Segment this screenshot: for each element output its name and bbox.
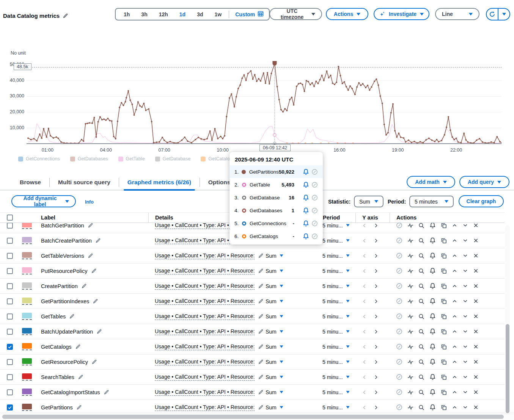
row-checkbox[interactable] — [7, 223, 13, 229]
edit-details-pencil-icon[interactable] — [258, 268, 264, 274]
investigate-compass-icon[interactable] — [311, 220, 318, 227]
alarm-bell-icon[interactable] — [303, 194, 309, 201]
edit-details-pencil-icon[interactable] — [258, 253, 264, 259]
y-axis-left-icon[interactable] — [362, 390, 367, 395]
zoom-search-icon[interactable] — [418, 329, 424, 335]
create-alarm-bell-icon[interactable] — [429, 374, 436, 380]
y-axis-left-icon[interactable] — [362, 253, 367, 259]
metric-details[interactable]: Usage • CallCount • Type: API • Resource… — [155, 298, 255, 305]
series-color-swatch[interactable] — [22, 328, 41, 335]
edit-label-pencil-icon[interactable] — [88, 253, 93, 259]
remove-icon[interactable] — [473, 404, 479, 410]
actions-dropdown[interactable]: Actions — [326, 8, 368, 20]
row-checkbox[interactable] — [7, 404, 13, 411]
row-statistic-select[interactable]: Sum — [266, 298, 322, 304]
row-period-select[interactable]: 5 minu... — [322, 359, 362, 365]
timezone-dropdown[interactable]: UTC timezone — [269, 8, 322, 20]
move-up-icon[interactable] — [452, 283, 457, 289]
time-range-12h[interactable]: 12h — [153, 11, 174, 17]
move-up-icon[interactable] — [452, 329, 457, 334]
add-math-button[interactable]: Add math — [407, 176, 455, 188]
investigate-dropdown[interactable]: Investigate — [374, 8, 429, 20]
series-color-swatch[interactable] — [22, 343, 41, 350]
remove-icon[interactable] — [473, 374, 479, 380]
move-up-icon[interactable] — [452, 298, 457, 304]
zoom-search-icon[interactable] — [418, 359, 424, 365]
y-axis-left-icon[interactable] — [362, 375, 367, 380]
anomaly-detection-icon[interactable] — [407, 359, 413, 365]
anomaly-detection-icon[interactable] — [407, 283, 413, 289]
edit-label-pencil-icon[interactable] — [104, 389, 109, 395]
legend-item-GetDatabases[interactable]: GetDatabases — [70, 156, 108, 161]
row-statistic-select[interactable]: Sum — [266, 389, 322, 395]
time-range-3d[interactable]: 3d — [191, 11, 209, 17]
investigate-compass-icon[interactable] — [396, 328, 402, 335]
investigate-compass-icon[interactable] — [311, 207, 318, 214]
investigate-compass-icon[interactable] — [396, 223, 402, 229]
row-period-select[interactable]: 5 minu... — [322, 374, 362, 380]
row-period-select[interactable]: 5 minu... — [322, 268, 362, 274]
remove-icon[interactable] — [473, 253, 479, 259]
metric-details[interactable]: Usage • CallCount • Type: API • Resource… — [155, 343, 255, 350]
alarm-bell-icon[interactable] — [303, 182, 309, 188]
time-range-3h[interactable]: 3h — [135, 11, 153, 17]
investigate-compass-icon[interactable] — [311, 169, 318, 175]
investigate-compass-icon[interactable] — [396, 283, 402, 289]
row-checkbox[interactable] — [7, 238, 13, 244]
y-axis-right-icon[interactable] — [373, 284, 379, 289]
create-alarm-bell-icon[interactable] — [429, 223, 436, 229]
row-period-select[interactable]: 5 minu... — [322, 253, 362, 259]
zoom-search-icon[interactable] — [418, 268, 424, 274]
zoom-search-icon[interactable] — [418, 313, 424, 320]
time-range-1h[interactable]: 1h — [118, 11, 135, 17]
remove-icon[interactable] — [473, 359, 479, 365]
create-alarm-bell-icon[interactable] — [429, 359, 436, 365]
move-down-icon[interactable] — [462, 344, 468, 349]
edit-label-pencil-icon[interactable] — [93, 298, 98, 304]
investigate-compass-icon[interactable] — [311, 233, 318, 240]
metric-details[interactable]: Usage • CallCount • Type: API • Resource… — [155, 328, 255, 335]
row-checkbox[interactable] — [7, 298, 13, 304]
y-axis-left-icon[interactable] — [362, 405, 367, 410]
row-period-select[interactable]: 5 minu... — [322, 329, 362, 335]
edit-label-pencil-icon[interactable] — [88, 223, 93, 228]
create-alarm-bell-icon[interactable] — [429, 389, 436, 395]
move-down-icon[interactable] — [462, 238, 468, 243]
edit-label-pencil-icon[interactable] — [69, 313, 75, 319]
edit-label-pencil-icon[interactable] — [81, 283, 87, 289]
row-statistic-select[interactable]: Sum — [266, 359, 322, 365]
add-dynamic-label-button[interactable]: Add dynamic label — [11, 195, 76, 207]
y-axis-left-icon[interactable] — [362, 329, 367, 334]
edit-details-pencil-icon[interactable] — [258, 374, 264, 380]
row-period-select[interactable]: 5 minu... — [322, 298, 362, 304]
edit-label-pencil-icon[interactable] — [91, 268, 97, 274]
anomaly-detection-icon[interactable] — [407, 268, 413, 274]
duplicate-icon[interactable] — [441, 268, 447, 274]
move-down-icon[interactable] — [462, 253, 468, 259]
legend-item-GetDatabase[interactable]: GetDatabase — [155, 156, 191, 161]
move-down-icon[interactable] — [462, 389, 468, 395]
metric-details[interactable]: Usage • CallCount • Type: API • Resource… — [155, 252, 255, 259]
row-period-select[interactable]: 5 minu... — [322, 404, 362, 411]
create-alarm-bell-icon[interactable] — [429, 313, 436, 320]
duplicate-icon[interactable] — [441, 329, 447, 335]
remove-icon[interactable] — [473, 389, 479, 395]
duplicate-icon[interactable] — [441, 298, 447, 304]
metric-details[interactable]: Usage • CallCount • Type: API • Resource… — [155, 268, 255, 274]
alarm-bell-icon[interactable] — [303, 220, 309, 227]
edit-details-pencil-icon[interactable] — [258, 344, 264, 349]
move-down-icon[interactable] — [462, 374, 468, 380]
row-statistic-select[interactable]: Sum — [266, 344, 322, 350]
remove-icon[interactable] — [473, 344, 479, 349]
anomaly-detection-icon[interactable] — [407, 223, 413, 229]
row-checkbox[interactable] — [7, 344, 13, 350]
row-period-select[interactable]: 5 minu... — [322, 283, 362, 289]
add-query-button[interactable]: Add query — [459, 176, 509, 188]
anomaly-detection-icon[interactable] — [407, 253, 413, 259]
remove-icon[interactable] — [473, 268, 479, 274]
move-up-icon[interactable] — [452, 344, 457, 349]
vertical-scrollbar-thumb[interactable] — [506, 324, 509, 413]
zoom-search-icon[interactable] — [418, 389, 424, 395]
move-down-icon[interactable] — [462, 404, 468, 410]
custom-range-button[interactable]: Custom — [231, 11, 267, 18]
